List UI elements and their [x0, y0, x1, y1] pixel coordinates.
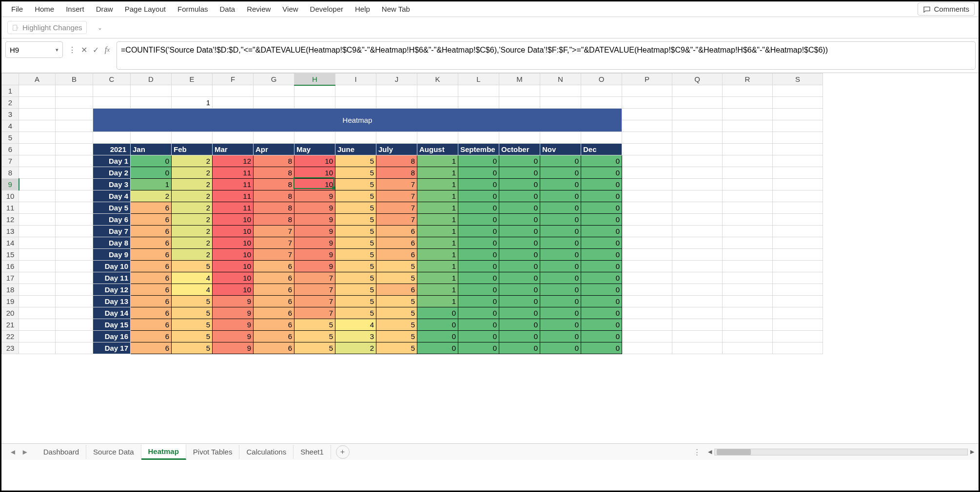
- heatmap-cell[interactable]: 1: [417, 261, 458, 272]
- heatmap-cell[interactable]: 2: [172, 202, 213, 214]
- heatmap-cell[interactable]: 0: [540, 202, 581, 214]
- heatmap-cell[interactable]: 5: [172, 331, 213, 342]
- heatmap-cell[interactable]: 0: [581, 284, 622, 296]
- cell-J1[interactable]: [376, 85, 417, 97]
- heatmap-cell[interactable]: 0: [499, 342, 540, 354]
- cell-R10[interactable]: [723, 190, 773, 202]
- heatmap-cell[interactable]: 0: [581, 226, 622, 237]
- cell-P4[interactable]: [622, 120, 672, 132]
- menu-new-tab[interactable]: New Tab: [376, 2, 416, 16]
- cell-B2[interactable]: [56, 97, 93, 109]
- heatmap-cell[interactable]: 8: [254, 190, 294, 202]
- new-sheet-button[interactable]: ＋: [336, 445, 350, 459]
- cell-S23[interactable]: [773, 342, 823, 354]
- cell-Q14[interactable]: [672, 237, 723, 249]
- heatmap-cell[interactable]: 9: [294, 249, 335, 261]
- heatmap-cell[interactable]: 0: [499, 249, 540, 261]
- cell-R18[interactable]: [723, 284, 773, 296]
- cell-R21[interactable]: [723, 319, 773, 331]
- heatmap-cell[interactable]: 6: [131, 342, 172, 354]
- heatmap-cell[interactable]: 6: [254, 319, 294, 331]
- heatmap-cell[interactable]: 6: [254, 331, 294, 342]
- cell-B15[interactable]: [56, 249, 93, 261]
- row-header-1[interactable]: 1: [2, 85, 19, 97]
- heatmap-cell[interactable]: 5: [335, 226, 376, 237]
- heatmap-cell[interactable]: 0: [499, 155, 540, 167]
- heatmap-cell[interactable]: 1: [417, 167, 458, 179]
- heatmap-cell[interactable]: 0: [499, 331, 540, 342]
- cell-S3[interactable]: [773, 109, 823, 120]
- cell-L1[interactable]: [458, 85, 499, 97]
- heatmap-cell[interactable]: 0: [581, 237, 622, 249]
- heatmap-cell[interactable]: 5: [335, 179, 376, 190]
- heatmap-cell[interactable]: 0: [458, 307, 499, 319]
- cell-F2[interactable]: [213, 97, 254, 109]
- heatmap-cell[interactable]: 9: [294, 226, 335, 237]
- heatmap-cell[interactable]: 5: [335, 261, 376, 272]
- row-header-17[interactable]: 17: [2, 272, 19, 284]
- heatmap-cell[interactable]: 5: [335, 249, 376, 261]
- heatmap-cell[interactable]: 10: [294, 179, 335, 190]
- cell-B16[interactable]: [56, 261, 93, 272]
- cell-D2[interactable]: [131, 97, 172, 109]
- heatmap-cell[interactable]: 0: [458, 342, 499, 354]
- heatmap-cell[interactable]: 5: [335, 214, 376, 226]
- cell-P10[interactable]: [622, 190, 672, 202]
- cell-P6[interactable]: [622, 144, 672, 155]
- heatmap-cell[interactable]: 8: [254, 179, 294, 190]
- cell-F1[interactable]: [213, 85, 254, 97]
- heatmap-cell[interactable]: 0: [540, 214, 581, 226]
- heatmap-cell[interactable]: 7: [294, 296, 335, 307]
- heatmap-cell[interactable]: 5: [335, 202, 376, 214]
- column-header-K[interactable]: K: [417, 74, 458, 85]
- row-header-4[interactable]: 4: [2, 120, 19, 132]
- heatmap-cell[interactable]: 0: [417, 319, 458, 331]
- heatmap-cell[interactable]: 9: [213, 319, 254, 331]
- column-header-E[interactable]: E: [172, 74, 213, 85]
- heatmap-cell[interactable]: 6: [376, 237, 417, 249]
- cell-P14[interactable]: [622, 237, 672, 249]
- heatmap-cell[interactable]: 5: [376, 331, 417, 342]
- cell-E2[interactable]: 1: [172, 97, 213, 109]
- column-header-P[interactable]: P: [622, 74, 672, 85]
- heatmap-cell[interactable]: 0: [499, 237, 540, 249]
- heatmap-cell[interactable]: 5: [335, 237, 376, 249]
- cell-S18[interactable]: [773, 284, 823, 296]
- heatmap-cell[interactable]: 6: [131, 307, 172, 319]
- heatmap-cell[interactable]: 5: [294, 319, 335, 331]
- heatmap-cell[interactable]: 5: [335, 155, 376, 167]
- heatmap-cell[interactable]: 0: [499, 179, 540, 190]
- cell-M2[interactable]: [499, 97, 540, 109]
- column-header-I[interactable]: I: [335, 74, 376, 85]
- cell-S11[interactable]: [773, 202, 823, 214]
- heatmap-cell[interactable]: 5: [335, 307, 376, 319]
- heatmap-cell[interactable]: 0: [458, 261, 499, 272]
- cell-E5[interactable]: [172, 132, 213, 144]
- select-all-corner[interactable]: [2, 74, 19, 85]
- row-header-23[interactable]: 23: [2, 342, 19, 354]
- heatmap-cell[interactable]: 0: [458, 214, 499, 226]
- column-header-G[interactable]: G: [254, 74, 294, 85]
- heatmap-cell[interactable]: 1: [417, 296, 458, 307]
- cell-S12[interactable]: [773, 214, 823, 226]
- cell-S6[interactable]: [773, 144, 823, 155]
- row-header-14[interactable]: 14: [2, 237, 19, 249]
- heatmap-cell[interactable]: 9: [294, 202, 335, 214]
- heatmap-cell[interactable]: 0: [581, 179, 622, 190]
- column-header-N[interactable]: N: [540, 74, 581, 85]
- heatmap-cell[interactable]: 1: [417, 249, 458, 261]
- menu-page-layout[interactable]: Page Layout: [119, 2, 172, 16]
- menu-insert[interactable]: Insert: [60, 2, 90, 16]
- heatmap-cell[interactable]: 11: [213, 190, 254, 202]
- heatmap-cell[interactable]: 6: [131, 249, 172, 261]
- column-header-M[interactable]: M: [499, 74, 540, 85]
- row-header-10[interactable]: 10: [2, 190, 19, 202]
- cell-R1[interactable]: [723, 85, 773, 97]
- cell-A20[interactable]: [19, 307, 56, 319]
- heatmap-cell[interactable]: 1: [417, 237, 458, 249]
- heatmap-cell[interactable]: 6: [131, 202, 172, 214]
- heatmap-cell[interactable]: 9: [294, 190, 335, 202]
- heatmap-cell[interactable]: 1: [417, 226, 458, 237]
- cell-A3[interactable]: [19, 109, 56, 120]
- cell-F5[interactable]: [213, 132, 254, 144]
